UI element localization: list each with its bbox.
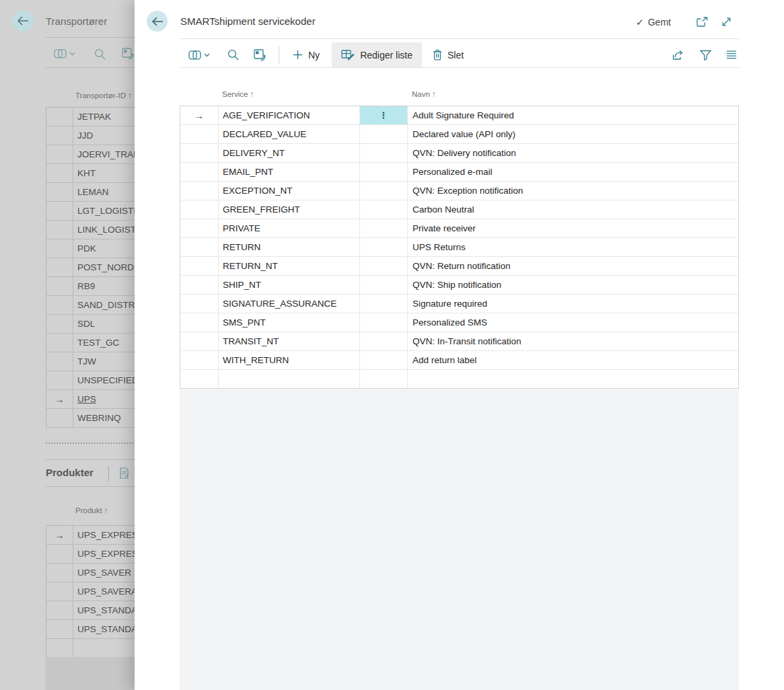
navn-cell[interactable]: Declared value (API only) bbox=[408, 125, 738, 143]
table-row[interactable]: → RETURN_NT ⋮ QVN: Return notification bbox=[180, 257, 738, 276]
row-menu-cell[interactable]: ⋮ bbox=[360, 295, 408, 313]
row-selector-cell[interactable]: → bbox=[180, 332, 219, 350]
row-selector-cell[interactable]: → bbox=[180, 313, 219, 332]
row-selector-cell[interactable]: → bbox=[46, 239, 73, 258]
delete-button[interactable]: Slet bbox=[426, 42, 470, 67]
column-header-service[interactable]: Service ↑ bbox=[222, 90, 254, 98]
row-selector-cell[interactable]: → bbox=[46, 334, 73, 352]
row-selector-cell[interactable]: → bbox=[46, 545, 73, 563]
row-menu-cell[interactable]: ⋮ bbox=[360, 257, 408, 275]
table-row[interactable]: → UPS_EXPRESS bbox=[46, 526, 135, 545]
row-selector-cell[interactable]: → bbox=[46, 277, 73, 295]
row-menu-cell[interactable]: ⋮ bbox=[360, 370, 408, 388]
row-menu-cell[interactable]: ⋮ bbox=[360, 182, 408, 200]
back-button[interactable] bbox=[147, 11, 168, 32]
table-row[interactable]: → SHIP_NT ⋮ QVN: Ship notification bbox=[180, 276, 738, 295]
table-row[interactable]: → DELIVERY_NT ⋮ QVN: Delivery notificati… bbox=[180, 144, 738, 163]
table-row[interactable]: → bbox=[46, 639, 135, 658]
service-cell[interactable] bbox=[219, 370, 360, 388]
row-selector-cell[interactable]: → bbox=[46, 145, 73, 163]
service-cell[interactable]: RETURN bbox=[219, 238, 360, 256]
row-selector-cell[interactable]: → bbox=[46, 296, 73, 314]
table-row[interactable]: → LEMAN bbox=[46, 183, 135, 202]
table-row[interactable]: → UPS_STANDAR bbox=[46, 620, 135, 639]
carrier-id-cell[interactable]: SAND_DISTRIB bbox=[73, 300, 135, 310]
navn-cell[interactable]: QVN: Return notification bbox=[408, 257, 738, 275]
search-button[interactable] bbox=[94, 48, 106, 60]
product-cell[interactable]: UPS_STANDAR bbox=[73, 624, 135, 634]
navn-cell[interactable]: Signature required bbox=[408, 295, 738, 313]
service-cell[interactable]: DELIVERY_NT bbox=[219, 144, 360, 162]
navn-cell[interactable]: QVN: Ship notification bbox=[408, 276, 738, 294]
views-button[interactable] bbox=[54, 48, 75, 59]
row-selector-cell[interactable]: → bbox=[46, 221, 73, 239]
service-cell[interactable]: DECLARED_VALUE bbox=[219, 125, 360, 143]
views-button[interactable] bbox=[188, 50, 210, 61]
service-cell[interactable]: TRANSIT_NT bbox=[219, 332, 360, 350]
share-button[interactable] bbox=[672, 50, 685, 61]
row-menu-cell[interactable]: ⋮ bbox=[360, 332, 408, 350]
table-row[interactable]: → LGT_LOGISTICS bbox=[46, 202, 135, 221]
table-row[interactable]: → POST_NORD bbox=[46, 258, 135, 277]
row-selector-cell[interactable]: → bbox=[180, 276, 219, 294]
row-menu-cell[interactable]: ⋮ bbox=[360, 238, 408, 256]
row-selector-cell[interactable]: → bbox=[180, 238, 219, 256]
service-cell[interactable]: EXCEPTION_NT bbox=[219, 182, 360, 200]
table-row[interactable]: → GREEN_FREIGHT ⋮ Carbon Neutral bbox=[180, 200, 738, 219]
row-selector-cell[interactable]: → bbox=[46, 620, 73, 638]
table-row[interactable]: → SMS_PNT ⋮ Personalized SMS bbox=[180, 313, 738, 332]
table-row[interactable]: → PRIVATE ⋮ Private receiver bbox=[180, 219, 738, 238]
navn-cell[interactable]: QVN: Exception notification bbox=[408, 182, 738, 200]
row-selector-cell[interactable]: → bbox=[180, 295, 219, 313]
edit-list-button[interactable]: Rediger liste bbox=[332, 42, 422, 67]
table-row[interactable]: → UPS_EXPRESSA bbox=[46, 545, 135, 564]
table-row[interactable]: → EXCEPTION_NT ⋮ QVN: Exception notifica… bbox=[180, 182, 738, 200]
product-cell[interactable]: UPS_STANDAR bbox=[73, 605, 135, 615]
open-in-new-window-button[interactable] bbox=[697, 17, 708, 28]
row-menu-cell[interactable]: ⋮ bbox=[360, 106, 408, 124]
carrier-id-cell[interactable]: KHT bbox=[73, 168, 135, 178]
table-row[interactable]: → RETURN ⋮ UPS Returns bbox=[180, 238, 738, 257]
table-row[interactable]: → JETPAK bbox=[46, 108, 135, 126]
table-row[interactable]: → SIGNATURE_ASSURANCE ⋮ Signature requir… bbox=[180, 295, 738, 313]
row-selector-cell[interactable]: → bbox=[46, 639, 73, 657]
row-selector-cell[interactable]: → bbox=[46, 526, 73, 544]
back-button[interactable] bbox=[12, 10, 34, 32]
navn-cell[interactable]: Adult Signature Required bbox=[408, 106, 738, 124]
new-button[interactable]: Ny bbox=[286, 42, 326, 67]
service-cell[interactable]: AGE_VERIFICATION bbox=[219, 106, 360, 124]
row-selector-cell[interactable]: → bbox=[46, 183, 73, 201]
row-menu-cell[interactable]: ⋮ bbox=[360, 144, 408, 162]
table-row[interactable]: → UPS bbox=[46, 390, 135, 409]
expand-button[interactable] bbox=[721, 16, 732, 28]
search-button[interactable] bbox=[227, 49, 239, 61]
service-cell[interactable]: WITH_RETURN bbox=[219, 351, 360, 369]
carrier-id-cell[interactable]: LINK_LOGISTIC bbox=[73, 225, 135, 235]
table-row[interactable]: → UNSPECIFIED bbox=[46, 371, 135, 390]
table-row[interactable]: → WEBRINQ bbox=[46, 409, 135, 428]
open-in-excel-button[interactable] bbox=[122, 48, 134, 60]
row-selector-cell[interactable]: → bbox=[180, 370, 219, 388]
row-selector-cell[interactable]: → bbox=[46, 315, 73, 333]
carrier-id-cell[interactable]: SDL bbox=[73, 319, 135, 329]
service-cell[interactable]: PRIVATE bbox=[219, 219, 360, 237]
navn-cell[interactable]: Private receiver bbox=[408, 219, 738, 237]
service-cell[interactable]: SHIP_NT bbox=[219, 276, 360, 294]
table-row[interactable]: → SAND_DISTRIB bbox=[46, 296, 135, 315]
row-selector-cell[interactable]: → bbox=[180, 219, 219, 237]
row-menu-cell[interactable]: ⋮ bbox=[360, 351, 408, 369]
navn-cell[interactable]: QVN: Delivery notification bbox=[408, 144, 738, 162]
carrier-id-cell[interactable]: POST_NORD bbox=[73, 262, 135, 272]
row-selector-cell[interactable]: → bbox=[180, 200, 219, 219]
table-row[interactable]: → UPS_SAVERAP bbox=[46, 582, 135, 601]
table-row[interactable]: → JJD bbox=[46, 126, 135, 145]
product-cell[interactable]: UPS_EXPRESSA bbox=[73, 549, 135, 559]
table-row[interactable]: → RB9 bbox=[46, 277, 135, 296]
table-row[interactable]: → AGE_VERIFICATION ⋮ Adult Signature Req… bbox=[180, 106, 738, 125]
row-selector-cell[interactable]: → bbox=[180, 163, 219, 181]
carrier-id-cell[interactable]: JETPAK bbox=[73, 112, 135, 122]
table-row[interactable]: → WITH_RETURN ⋮ Add return label bbox=[180, 351, 738, 370]
table-row[interactable]: → LINK_LOGISTIC bbox=[46, 221, 135, 239]
row-selector-cell[interactable]: → bbox=[46, 258, 73, 276]
carrier-id-cell[interactable]: RB9 bbox=[73, 281, 135, 291]
